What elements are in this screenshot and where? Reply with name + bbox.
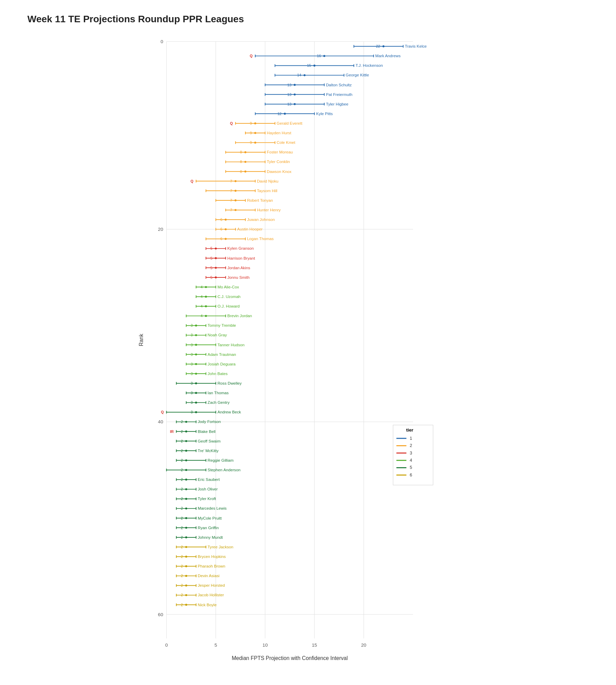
- player-row: Q7David Njoku: [191, 179, 279, 183]
- svg-text:0: 0: [161, 39, 163, 44]
- player-row: 3Ross Dwelley: [176, 381, 242, 385]
- player-row: 3Adam Trautman: [186, 352, 236, 357]
- svg-text:2: 2: [181, 535, 183, 539]
- svg-point-242: [195, 392, 197, 394]
- svg-point-79: [254, 132, 256, 134]
- player-row: 3John Bates: [186, 371, 228, 376]
- player-row: 2Pharaoh Brown: [176, 564, 225, 568]
- svg-text:Taysom Hill: Taysom Hill: [257, 188, 278, 193]
- svg-point-376: [185, 604, 187, 606]
- svg-text:3: 3: [191, 362, 193, 366]
- player-row: 12Kyle Pitts: [255, 111, 333, 116]
- svg-text:2: 2: [410, 443, 412, 448]
- svg-point-188: [205, 305, 207, 307]
- svg-text:5: 5: [210, 266, 213, 270]
- player-row: 2Geoff Swaim: [176, 439, 220, 443]
- svg-text:2: 2: [181, 497, 183, 501]
- svg-point-274: [185, 440, 187, 442]
- svg-point-146: [224, 238, 227, 240]
- svg-text:3: 3: [191, 372, 193, 376]
- svg-point-358: [185, 575, 187, 577]
- svg-text:3: 3: [191, 352, 193, 357]
- svg-text:John Bates: John Bates: [208, 371, 228, 376]
- svg-text:Kylen Granson: Kylen Granson: [227, 246, 254, 250]
- svg-text:3: 3: [191, 391, 193, 395]
- player-row: 5Kylen Granson: [206, 246, 254, 250]
- svg-text:Andrew Beck: Andrew Beck: [217, 410, 241, 414]
- svg-text:7: 7: [230, 179, 232, 183]
- svg-text:Q: Q: [191, 179, 193, 183]
- player-row: 2Eric Saubert: [176, 477, 220, 482]
- svg-text:8: 8: [240, 170, 242, 174]
- svg-text:2: 2: [181, 487, 183, 491]
- player-row: 4Brevin Jordan: [186, 313, 252, 318]
- svg-text:Tyler Kroft: Tyler Kroft: [198, 496, 216, 501]
- svg-text:Jody Fortson: Jody Fortson: [198, 419, 221, 424]
- svg-point-224: [195, 363, 197, 365]
- svg-text:3: 3: [191, 410, 193, 414]
- svg-text:7: 7: [230, 198, 232, 202]
- player-row: 4Mo Alie-Cox: [196, 285, 239, 289]
- svg-rect-379: [393, 425, 433, 485]
- svg-text:Median FPTS Projection with Co: Median FPTS Projection with Confidence I…: [232, 655, 348, 661]
- svg-text:1: 1: [410, 436, 412, 441]
- svg-point-261: [185, 421, 187, 423]
- svg-text:13: 13: [287, 83, 291, 87]
- svg-text:Harrison Bryant: Harrison Bryant: [227, 256, 255, 260]
- svg-text:Pat Freiermuth: Pat Freiermuth: [326, 92, 352, 97]
- svg-text:22: 22: [376, 44, 380, 48]
- svg-point-334: [185, 536, 187, 538]
- svg-point-36: [313, 65, 316, 67]
- svg-text:5: 5: [210, 275, 213, 279]
- svg-text:Rank: Rank: [138, 334, 144, 346]
- player-row: 6Juwan Johnson: [216, 217, 275, 222]
- svg-text:Foster Moreau: Foster Moreau: [267, 150, 293, 154]
- svg-text:Logan Thomas: Logan Thomas: [247, 236, 274, 241]
- svg-text:MyCole Pruitt: MyCole Pruitt: [198, 516, 222, 520]
- svg-text:Ross Dwelley: Ross Dwelley: [217, 381, 242, 385]
- svg-text:Q: Q: [161, 410, 164, 414]
- svg-point-322: [185, 517, 187, 519]
- player-row: 2Tre' McKitty: [176, 448, 218, 453]
- svg-text:Jesper Horsted: Jesper Horsted: [198, 583, 225, 587]
- player-row: 2Tyree Jackson: [176, 545, 233, 549]
- main-chart-svg: 051015200204060RankMedian FPTS Projectio…: [27, 32, 595, 665]
- svg-text:15: 15: [307, 63, 311, 67]
- svg-text:6: 6: [220, 237, 222, 241]
- svg-text:C.J. Uzomah: C.J. Uzomah: [217, 294, 240, 299]
- player-row: Q3Andrew Beck: [161, 410, 241, 414]
- player-row: Q9Gerald Everett: [230, 121, 303, 125]
- player-row: 14George Kittle: [275, 73, 369, 77]
- svg-point-103: [244, 171, 246, 173]
- svg-text:3: 3: [410, 451, 412, 456]
- svg-text:Devin Asiasi: Devin Asiasi: [198, 573, 220, 578]
- svg-text:Kyle Pitts: Kyle Pitts: [316, 111, 333, 116]
- svg-point-54: [294, 94, 296, 96]
- svg-text:5: 5: [210, 256, 213, 260]
- player-row: 3Tanner Hudson: [186, 342, 245, 347]
- svg-point-212: [195, 344, 197, 346]
- svg-point-60: [294, 103, 296, 105]
- svg-point-122: [234, 199, 236, 201]
- svg-text:6: 6: [220, 217, 222, 222]
- svg-point-304: [185, 488, 187, 490]
- svg-point-200: [195, 325, 197, 327]
- chart-title: Week 11 TE Projections Roundup PPR Leagu…: [27, 14, 595, 25]
- svg-text:2: 2: [181, 439, 183, 443]
- svg-text:Marcedes Lewis: Marcedes Lewis: [198, 506, 227, 510]
- svg-text:2: 2: [181, 506, 183, 510]
- svg-text:13: 13: [287, 92, 291, 97]
- player-row: 6Logan Thomas: [206, 236, 274, 241]
- svg-text:60: 60: [158, 612, 164, 617]
- svg-text:2: 2: [181, 545, 183, 549]
- svg-text:Robert Tonyan: Robert Tonyan: [247, 198, 273, 202]
- svg-text:20: 20: [361, 643, 367, 648]
- svg-point-286: [185, 459, 187, 461]
- svg-text:Tyler Higbee: Tyler Higbee: [326, 102, 348, 106]
- svg-point-140: [224, 228, 227, 230]
- svg-text:David Njoku: David Njoku: [257, 179, 279, 183]
- svg-text:Mark Andrews: Mark Andrews: [375, 53, 401, 58]
- svg-text:Tyler Conklin: Tyler Conklin: [267, 159, 290, 164]
- svg-text:tier: tier: [406, 427, 414, 433]
- svg-point-298: [185, 478, 187, 481]
